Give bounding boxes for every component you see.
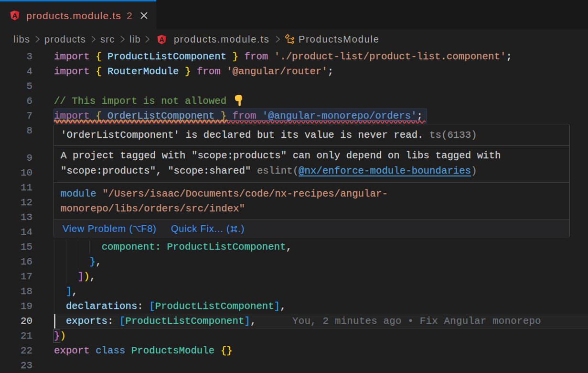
svg-text:A: A [159, 36, 164, 44]
svg-text:A: A [12, 11, 18, 20]
